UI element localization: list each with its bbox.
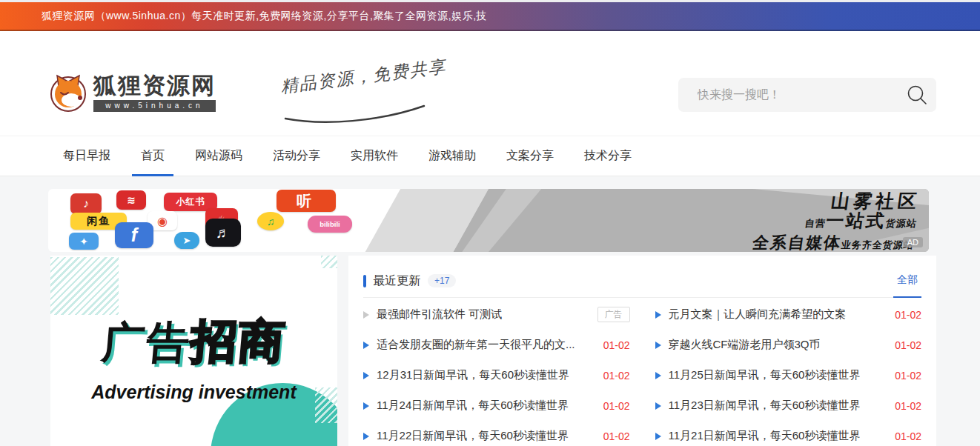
recent-updates-list: 最强邮件引流软件 可测试广告适合发朋友圈的新年第一天很平凡的文...01-021…	[363, 299, 921, 446]
ad-title-white: 招商	[189, 316, 288, 367]
nav-item-activity-share[interactable]: 活动分享	[273, 136, 320, 176]
ximalaya-icon: ≋	[116, 190, 146, 210]
banner-ad-text: 山雾社区 自营一站式货源站 全系自媒体业务齐全货源站	[751, 190, 921, 252]
list-item[interactable]: 最强邮件引流软件 可测试广告	[363, 299, 630, 330]
search-button[interactable]	[898, 78, 936, 112]
teal-stripe-square	[321, 256, 337, 268]
list-item[interactable]: 11月23日新闻早讯，每天60秒读懂世界01-02	[655, 390, 922, 421]
bilibili-icon: bilibili	[308, 216, 352, 233]
site-header: 狐狸资源网 www.5inhua.cn 精品资源，免费共享	[0, 31, 980, 136]
page: 狐狸资源网（www.5inhua.cn）每天准时更新,免费网络资源,分享平台,聚…	[0, 0, 980, 446]
site-logo[interactable]: 狐狸资源网 www.5inhua.cn	[48, 73, 216, 113]
list-column-right: 元月文案｜让人瞬间充满希望的文案01-02穿越火线CF端游老用户领3Q币01-0…	[655, 299, 922, 446]
post-title[interactable]: 12月31日新闻早讯，每天60秒读懂世界	[377, 368, 595, 382]
top-notice-bar: 狐狸资源网（www.5inhua.cn）每天准时更新,免费网络资源,分享平台,聚…	[0, 2, 980, 30]
post-title[interactable]: 适合发朋友圈的新年第一天很平凡的文...	[377, 338, 595, 352]
twitter-icon: ✦	[69, 233, 99, 250]
slogan-swoosh	[283, 104, 428, 126]
arrow-icon	[655, 342, 661, 349]
post-date: 01-02	[603, 339, 630, 351]
recent-updates-card: 最近更新 +17 全部 最强邮件引流软件 可测试广告适合发朋友圈的新年第一天很平…	[348, 256, 936, 446]
banner-line2-suffix: 货源站	[885, 218, 918, 229]
facebook-icon: f	[115, 222, 153, 248]
recent-updates-header: 最近更新 +17 全部	[363, 264, 921, 298]
banner-line2: 自营一站式货源站	[754, 211, 918, 233]
logo-text: 狐狸资源网 www.5inhua.cn	[93, 73, 216, 112]
list-item[interactable]: 元月文案｜让人瞬间充满希望的文案01-02	[655, 299, 922, 330]
fox-logo-icon	[48, 73, 88, 113]
search-icon	[907, 84, 927, 105]
ad-card-title: 广告招商	[50, 310, 337, 373]
post-date: 01-02	[895, 309, 921, 321]
list-item[interactable]: 11月24日新闻早讯，每天60秒读懂世界01-02	[363, 390, 630, 421]
advertising-investment-card[interactable]: 广告招商 Advertising investment	[50, 256, 337, 446]
list-item[interactable]: 11月25日新闻早讯，每天60秒读懂世界01-02	[655, 360, 922, 390]
douyin-icon: ♬	[205, 219, 241, 247]
post-title[interactable]: 11月25日新闻早讯，每天60秒读懂世界	[669, 368, 887, 382]
section-accent-bar	[363, 275, 366, 287]
telegram-icon: ➤	[174, 232, 199, 249]
arrow-icon	[655, 433, 661, 440]
arrow-icon	[363, 402, 369, 410]
count-badge: +17	[428, 274, 456, 287]
banner-line2-prefix: 自营	[804, 218, 827, 229]
list-item[interactable]: 11月22日新闻早讯，每天60秒读懂世界01-02	[363, 421, 630, 446]
post-title[interactable]: 11月23日新闻早讯，每天60秒读懂世界	[669, 399, 887, 413]
search-box	[678, 78, 936, 112]
top-banner-ad[interactable]: ♪≋小红书听闲鱼◉♨♫bilibili✦f➤♬ 山雾社区 自营一站式货源站 全系…	[48, 189, 929, 252]
arrow-icon	[363, 372, 369, 379]
post-date: 01-02	[603, 430, 630, 442]
arrow-icon	[363, 342, 369, 349]
nav-item-daily-report[interactable]: 每日早报	[63, 136, 110, 176]
site-name: 狐狸资源网	[93, 73, 216, 98]
arrow-icon	[363, 433, 369, 440]
post-title[interactable]: 11月21日新闻早讯，每天60秒读懂世界	[669, 429, 887, 443]
notice-text: 狐狸资源网（www.5inhua.cn）每天准时更新,免费网络资源,分享平台,聚…	[0, 2, 980, 30]
arrow-icon	[655, 372, 661, 379]
nav-item-game-assist[interactable]: 游戏辅助	[428, 136, 476, 176]
qq-music-icon: ♫	[257, 212, 284, 230]
site-domain: www.5inhua.cn	[93, 100, 216, 112]
section-title: 最近更新	[373, 273, 420, 289]
post-date: 01-02	[895, 430, 921, 442]
ad-badge: 广告	[597, 307, 630, 322]
banner-line3: 全系自媒体业务齐全货源站	[751, 233, 916, 252]
arrow-icon	[655, 311, 661, 319]
banner-line3-big: 全系自媒体	[751, 233, 843, 252]
nav-item-copywriting[interactable]: 文案分享	[506, 136, 554, 176]
listen-app-icon: 听	[277, 190, 336, 212]
site-slogan: 精品资源，免费共享	[279, 55, 448, 98]
ad-label: AD	[903, 237, 923, 247]
teal-stripe-square	[50, 257, 119, 315]
nav-item-home[interactable]: 首页	[141, 136, 165, 176]
ad-title-black: 广告	[100, 318, 193, 366]
netease-cloud-music-icon: ♪	[70, 193, 102, 214]
post-date: 01-02	[895, 339, 921, 351]
post-date: 01-02	[603, 400, 630, 412]
list-column-left: 最强邮件引流软件 可测试广告适合发朋友圈的新年第一天很平凡的文...01-021…	[363, 299, 630, 446]
nav-item-software[interactable]: 实用软件	[351, 136, 398, 176]
arrow-icon	[363, 311, 369, 319]
post-date: 01-02	[895, 400, 921, 412]
tab-all[interactable]: 全部	[893, 264, 921, 298]
post-title[interactable]: 元月文案｜让人瞬间充满希望的文案	[669, 307, 887, 322]
ad-card-subtitle: Advertising investment	[50, 382, 337, 403]
main-nav: 每日早报首页网站源码活动分享实用软件游戏辅助文案分享技术分享	[0, 136, 980, 176]
post-date: 01-02	[603, 370, 630, 382]
list-item[interactable]: 适合发朋友圈的新年第一天很平凡的文...01-02	[363, 330, 630, 360]
post-title[interactable]: 最强邮件引流软件 可测试	[377, 307, 589, 322]
banner-line2-big: 一站式	[825, 210, 888, 230]
post-title[interactable]: 11月24日新闻早讯，每天60秒读懂世界	[377, 399, 595, 413]
post-title[interactable]: 穿越火线CF端游老用户领3Q币	[669, 338, 887, 352]
list-item[interactable]: 12月31日新闻早讯，每天60秒读懂世界01-02	[363, 360, 630, 390]
list-item[interactable]: 穿越火线CF端游老用户领3Q币01-02	[655, 330, 922, 360]
post-date: 01-02	[895, 370, 921, 382]
search-input[interactable]	[678, 87, 898, 102]
nav-item-tech-share[interactable]: 技术分享	[584, 136, 632, 176]
banner-line1: 山雾社区	[757, 190, 921, 211]
arrow-icon	[655, 402, 661, 410]
list-item[interactable]: 11月21日新闻早讯，每天60秒读懂世界01-02	[655, 421, 922, 446]
nav-item-site-source[interactable]: 网站源码	[195, 136, 242, 176]
post-title[interactable]: 11月22日新闻早讯，每天60秒读懂世界	[377, 429, 595, 443]
